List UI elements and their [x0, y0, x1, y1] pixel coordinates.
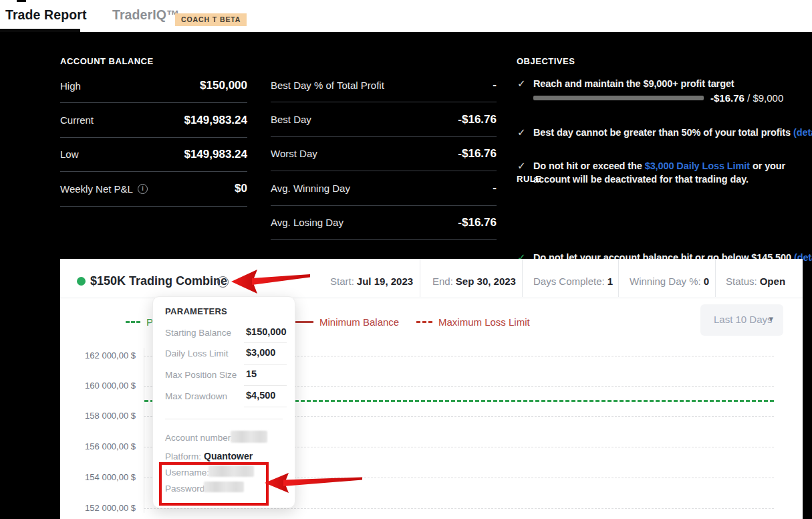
tab-traderiq[interactable]: TraderIQ™ — [112, 7, 180, 23]
balance-label-text: Weekly Net P&L — [60, 183, 133, 195]
parameters-title: PARAMETERS — [165, 306, 227, 316]
stat-start-date: Start:Jul 19, 2023 — [330, 276, 413, 287]
day-stat-value: -$16.76 — [458, 216, 497, 229]
combine-info-icon[interactable]: i — [217, 276, 229, 288]
day-stat-value: - — [493, 181, 497, 195]
stat-value: 1 — [607, 276, 613, 287]
day-stat-row: Worst Day -$16.76 — [271, 137, 497, 171]
balance-row-current: Current $149,983.24 — [60, 103, 247, 137]
day-stat-row: Best Day -$16.76 — [271, 102, 497, 136]
stat-value: Jul 19, 2023 — [357, 276, 413, 287]
stat-status: Status:Open — [726, 276, 785, 287]
popover-section-divider — [165, 419, 283, 419]
legend-label: Minimum Balance — [319, 316, 399, 328]
stat-end-date: End:Sep 30, 2023 — [432, 276, 516, 287]
legend-minimum-balance[interactable]: Minimum Balance — [295, 316, 399, 327]
objective-best-day: ✓ Best day cannot be greater than 50% of… — [517, 126, 812, 139]
day-stat-label: Worst Day — [271, 148, 317, 159]
account-balance-section: ACCOUNT BALANCE High $150,000 Current $1… — [60, 56, 247, 207]
stat-value: 0 — [704, 276, 709, 287]
day-stat-label: Best Day % of Total Profit — [271, 80, 384, 91]
day-stat-value: -$16.76 — [458, 147, 497, 161]
check-icon: ✓ — [517, 77, 525, 90]
gridline — [144, 508, 774, 509]
check-icon: ✓ — [517, 126, 525, 139]
param-label: Max Position Size — [165, 370, 237, 380]
details-link[interactable]: (details) — [793, 127, 812, 138]
param-value: $3,000 — [246, 347, 275, 358]
platform-label: Platform: — [165, 451, 201, 461]
y-axis-tick: 156 000,00 $ — [79, 441, 136, 451]
param-value: $150,000 — [246, 326, 286, 337]
param-divider — [244, 364, 287, 365]
account-number-label: Account number: — [165, 433, 233, 443]
stat-value: Sep 30, 2023 — [456, 276, 516, 287]
stat-label: Days Complete: — [533, 276, 605, 287]
date-range-dropdown[interactable]: Last 10 Days ▾ — [700, 304, 783, 336]
stat-label: End: — [432, 276, 453, 287]
date-range-value: Last 10 Days — [714, 314, 773, 325]
active-tab-underline — [0, 29, 80, 32]
y-axis-tick: 162 000,00 $ — [79, 350, 136, 360]
day-stat-value: -$16.76 — [458, 113, 497, 126]
day-stat-label: Best Day — [271, 114, 311, 125]
header-divider — [618, 259, 619, 297]
objectives-title: OBJECTIVES — [517, 56, 797, 66]
top-navigation-bar: Trade Report TraderIQ™ COACH T BETA — [0, 0, 812, 32]
stat-label: Winning Day %: — [630, 276, 701, 287]
objective-profit-target: ✓ Reach and maintain the $9,000+ profit … — [517, 77, 812, 90]
tab-trade-report[interactable]: Trade Report — [5, 7, 86, 23]
platform-value: Quantower — [204, 451, 253, 461]
progress-bar — [533, 96, 704, 100]
balance-value: $150,000 — [200, 79, 247, 92]
dashed-green-line-swatch — [126, 321, 140, 323]
objectives-section: OBJECTIVES ✓ Reach and maintain the $9,0… — [517, 56, 797, 123]
balance-row-low: Low $149,983.24 — [60, 138, 247, 172]
legend-label: Maximum Loss Limit — [438, 316, 530, 328]
stat-winning-day: Winning Day %:0 — [630, 276, 709, 287]
account-number-redacted — [231, 431, 267, 443]
legend-maximum-loss-limit[interactable]: Maximum Loss Limit — [416, 316, 530, 327]
balance-value: $149,983.24 — [184, 114, 247, 127]
dashed-red-line-swatch — [416, 321, 432, 323]
balance-row-high: High $150,000 — [60, 69, 247, 103]
day-stat-row: Best Day % of Total Profit - — [271, 68, 497, 102]
y-axis-tick: 158 000,00 $ — [79, 411, 136, 421]
param-divider — [244, 385, 287, 386]
coach-t-beta-badge: COACH T BETA — [175, 13, 247, 26]
param-label: Daily Loss Limit — [165, 348, 229, 358]
param-divider — [244, 407, 287, 407]
balance-label: Low — [60, 148, 79, 160]
balance-value: $149,983.24 — [184, 148, 247, 161]
status-dot — [77, 277, 86, 286]
combine-title: $150K Trading Combine — [90, 274, 227, 288]
objective-text: Best day cannot be greater than 50% of y… — [533, 127, 793, 138]
progress-current: -$16.76 — [710, 92, 745, 104]
stat-label: Start: — [330, 276, 354, 287]
chevron-down-icon: ▾ — [769, 314, 773, 324]
y-axis-tick: 152 000,00 $ — [79, 503, 136, 513]
browser-artifact — [17, 0, 26, 2]
param-divider — [244, 342, 287, 343]
day-stat-label: Avg. Losing Day — [271, 217, 344, 228]
objective-text: Do not hit or exceed the — [533, 161, 645, 171]
account-balance-title: ACCOUNT BALANCE — [60, 56, 247, 66]
header-divider — [522, 259, 523, 297]
param-value: 15 — [246, 369, 257, 379]
plot-left-border — [144, 348, 144, 513]
stat-value: Open — [760, 276, 785, 287]
day-stat-row: Avg. Losing Day -$16.76 — [271, 206, 497, 240]
balance-label: Weekly Net P&L i — [60, 183, 148, 195]
day-stat-label: Avg. Winning Day — [271, 183, 350, 194]
y-axis-tick: 154 000,00 $ — [79, 472, 136, 482]
progress-text: -$16.76 / $9,000 — [710, 92, 783, 104]
balance-row-weekly-pnl: Weekly Net P&L i $0 — [60, 172, 247, 206]
stat-days-complete: Days Complete:1 — [533, 276, 613, 287]
header-divider — [715, 259, 716, 297]
daily-loss-limit-link[interactable]: $3,000 Daily Loss Limit — [645, 161, 750, 171]
credentials-highlight-box — [159, 462, 269, 506]
weekly-pnl-info-icon[interactable]: i — [138, 184, 148, 194]
progress-target: / $9,000 — [745, 92, 783, 104]
balance-value: $0 — [235, 182, 247, 195]
day-stat-value: - — [493, 78, 497, 92]
